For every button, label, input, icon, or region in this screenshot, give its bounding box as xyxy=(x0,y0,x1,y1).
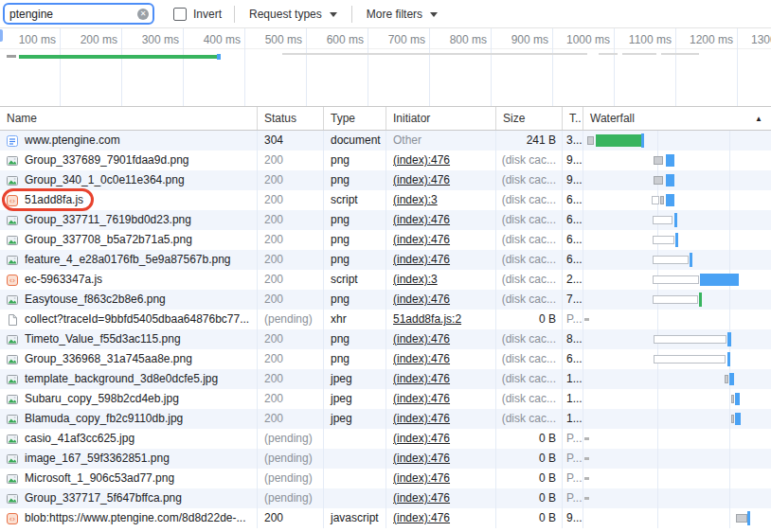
time-cell: P... xyxy=(563,488,583,508)
initiator-cell: (index):476 xyxy=(386,329,496,349)
column-header-status[interactable]: Status xyxy=(258,107,324,130)
column-header-size[interactable]: Size xyxy=(496,107,563,130)
image-icon xyxy=(6,234,19,247)
initiator-link[interactable]: (index):3 xyxy=(393,273,438,286)
request-name: Easytouse_f863c2b8e6.png xyxy=(25,290,166,310)
waterfall-cell xyxy=(583,349,771,369)
column-header-waterfall[interactable]: Waterfall▲ xyxy=(583,107,771,130)
table-row[interactable]: collect?traceId=9bbfd5405dbaa64876bc77..… xyxy=(0,310,771,329)
waterfall-bar xyxy=(666,154,674,167)
request-name: 51add8fa.js xyxy=(25,190,83,210)
time-cell: P... xyxy=(563,429,583,449)
waterfall-bar xyxy=(747,511,750,525)
script-icon: ‹› xyxy=(6,194,19,207)
clear-filter-icon[interactable]: ✕ xyxy=(137,9,149,20)
table-row[interactable]: ‹›ec-5963347a.js200script(index):3(disk … xyxy=(0,270,771,290)
initiator-link[interactable]: (index):476 xyxy=(393,213,450,226)
type-cell xyxy=(324,469,386,488)
waterfall-bar xyxy=(729,373,734,385)
initiator-link[interactable]: (index):476 xyxy=(393,432,450,445)
request-name: Group_337717_5f647bffca.png xyxy=(25,488,182,508)
name-cell: ‹›blob:https://www.ptengine.com/8d8d22de… xyxy=(0,508,258,528)
timeline-tick-label: 200 ms xyxy=(59,33,117,46)
table-row[interactable]: Group_336968_31a745aa8e.png200png(index)… xyxy=(0,349,771,369)
column-header-t[interactable]: T.. xyxy=(563,107,583,130)
initiator-link[interactable]: (index):476 xyxy=(393,412,450,425)
column-header-name[interactable]: Name xyxy=(0,107,258,130)
initiator-link[interactable]: (index):476 xyxy=(393,153,450,167)
table-row[interactable]: template_background_3d8e0dcfe5.jpg200jpe… xyxy=(0,369,771,389)
column-header-label: Status xyxy=(264,112,296,125)
initiator-link[interactable]: (index):476 xyxy=(393,173,450,186)
initiator-cell: (index):476 xyxy=(386,429,496,449)
initiator-link[interactable]: (index):476 xyxy=(393,491,450,505)
initiator-cell: (index):476 xyxy=(386,508,496,528)
column-header-type[interactable]: Type xyxy=(324,107,386,130)
initiator-cell: (index):3 xyxy=(386,190,496,210)
waterfall-cell xyxy=(583,290,771,310)
invert-checkbox[interactable] xyxy=(173,8,187,21)
initiator-link[interactable]: (index):476 xyxy=(393,352,450,365)
status-cell: 200 xyxy=(258,349,324,369)
table-row[interactable]: Easytouse_f863c2b8e6.png200png(index):47… xyxy=(0,290,771,310)
table-row[interactable]: Group_337689_7901fdaa9d.png200png(index)… xyxy=(0,151,771,170)
size-cell: 0 B xyxy=(496,508,563,528)
table-row[interactable]: ‹›blob:https://www.ptengine.com/8d8d22de… xyxy=(0,508,771,528)
table-row[interactable]: Subaru_copy_598b2cd4eb.jpg200jpeg(index)… xyxy=(0,389,771,409)
type-cell: jpeg xyxy=(324,409,386,429)
initiator-link[interactable]: (index):476 xyxy=(393,471,450,485)
initiator-link[interactable]: (index):476 xyxy=(393,253,450,266)
initiator-link[interactable]: (index):3 xyxy=(393,193,438,206)
table-row[interactable]: feature_4_e28a0176fb_5e9a87567b.png200pn… xyxy=(0,250,771,270)
initiator-link[interactable]: (index):476 xyxy=(393,332,450,346)
table-row[interactable]: Group_337708_b5a72b71a5.png200png(index)… xyxy=(0,230,771,250)
initiator-link[interactable]: (index):476 xyxy=(393,452,450,465)
waterfall-bar xyxy=(727,352,730,366)
type-cell xyxy=(324,488,386,508)
table-row[interactable]: Blamuda_copy_fb2c9110db.jpg200jpeg(index… xyxy=(0,409,771,429)
table-row[interactable]: casio_41af3cc625.jpg(pending)(index):476… xyxy=(0,429,771,449)
request-types-dropdown[interactable]: Request types xyxy=(247,8,339,21)
image-icon xyxy=(6,254,19,267)
waterfall-cell xyxy=(583,329,771,349)
table-row[interactable]: Group_337717_5f647bffca.png(pending)(ind… xyxy=(0,488,771,508)
timeline-tick-label: 500 ms xyxy=(243,33,302,46)
initiator-link[interactable]: 51add8fa.js:2 xyxy=(393,312,461,326)
request-name: Group_340_1_0c0e11e364.png xyxy=(25,170,185,190)
table-row[interactable]: Group_337711_7619bd0d23.png200png(index)… xyxy=(0,210,771,230)
initiator-link[interactable]: (index):476 xyxy=(393,511,450,524)
table-row[interactable]: www.ptengine.com304documentOther241 B3..… xyxy=(0,131,771,151)
time-cell: 9... xyxy=(563,508,583,528)
sort-ascending-icon[interactable]: ▲ xyxy=(755,115,762,123)
request-name: Group_337708_b5a72b71a5.png xyxy=(25,230,192,250)
initiator-link[interactable]: (index):476 xyxy=(393,233,450,246)
column-header-initiator[interactable]: Initiator xyxy=(386,107,496,130)
table-row[interactable]: Group_340_1_0c0e11e364.png200png(index):… xyxy=(0,170,771,190)
request-name: Group_337711_7619bd0d23.png xyxy=(25,210,191,230)
initiator-cell: (index):476 xyxy=(386,449,496,469)
image-icon xyxy=(6,293,19,307)
initiator-link[interactable]: (index):476 xyxy=(393,372,450,385)
name-cell: Group_337689_7901fdaa9d.png xyxy=(0,151,258,170)
waterfall-bar xyxy=(584,318,589,321)
table-row[interactable]: Microsoft_1_906c53ad77.png(pending)(inde… xyxy=(0,469,771,488)
size-cell: 0 B xyxy=(496,449,563,469)
more-filters-dropdown[interactable]: More filters xyxy=(365,8,439,21)
table-row[interactable]: Timeto_Value_f55d3ac115.png200png(index)… xyxy=(0,329,771,349)
timeline-tick-label: 1300 ms xyxy=(736,33,771,46)
overview-activity-bar xyxy=(282,53,587,55)
table-row[interactable]: image_167_59f3362851.png(pending)(index)… xyxy=(0,449,771,469)
initiator-link[interactable]: (index):476 xyxy=(393,293,450,306)
image-icon xyxy=(6,154,19,168)
waterfall-cell xyxy=(583,369,771,389)
name-cell: Group_337711_7619bd0d23.png xyxy=(0,210,258,230)
size-cell: 241 B xyxy=(496,131,563,151)
table-row[interactable]: ‹›51add8fa.js200script(index):3(disk cac… xyxy=(0,190,771,210)
network-overview-timeline[interactable]: 100 ms200 ms300 ms400 ms500 ms600 ms700 … xyxy=(0,28,771,107)
name-cell: collect?traceId=9bbfd5405dbaa64876bc77..… xyxy=(0,310,258,329)
filter-input[interactable] xyxy=(5,8,152,21)
waterfall-bar xyxy=(654,335,726,344)
filter-input-box[interactable]: ✕ xyxy=(3,3,154,25)
initiator-link[interactable]: (index):476 xyxy=(393,392,450,405)
waterfall-cell xyxy=(583,170,771,190)
